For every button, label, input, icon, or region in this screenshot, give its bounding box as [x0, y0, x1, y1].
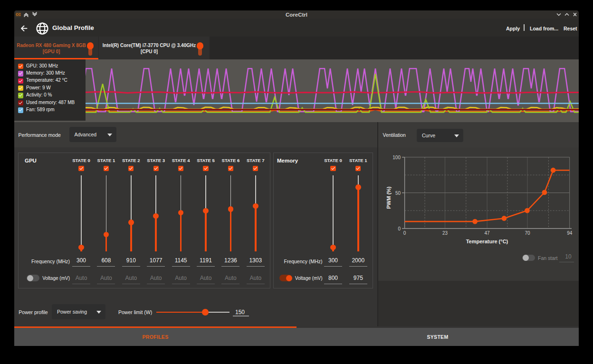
svg-text:100: 100	[392, 155, 401, 160]
svg-text:50: 50	[395, 191, 401, 196]
svg-text:Temperature (°C): Temperature (°C)	[466, 239, 508, 244]
svg-text:0: 0	[398, 226, 401, 231]
svg-text:70: 70	[525, 230, 530, 236]
svg-text:23: 23	[442, 230, 448, 236]
svg-text:PWM (%): PWM (%)	[386, 186, 392, 209]
svg-text:47: 47	[485, 230, 490, 236]
svg-text:94: 94	[567, 230, 573, 236]
svg-text:0: 0	[403, 230, 406, 236]
